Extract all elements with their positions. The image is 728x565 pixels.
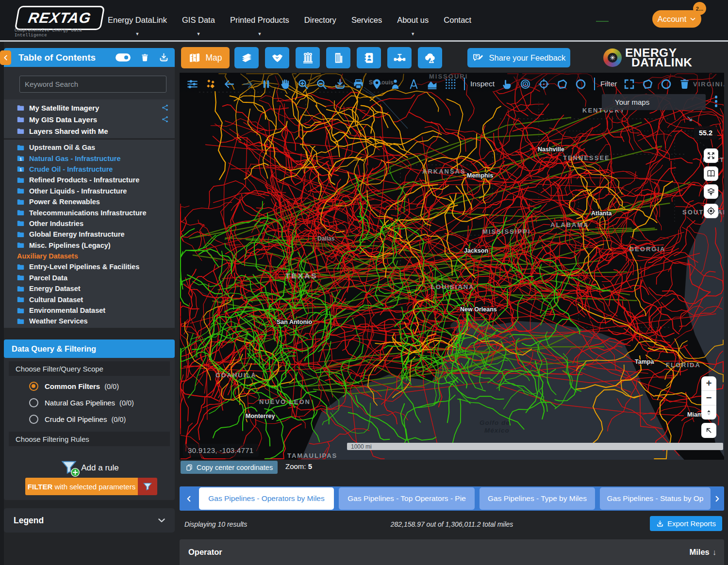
tree-item-entry-level-pipelines-facilities[interactable]: Entry-Level Pipelines & Facilities bbox=[4, 261, 175, 272]
arrow-left-icon[interactable] bbox=[223, 78, 235, 90]
locate-button[interactable] bbox=[704, 204, 718, 218]
share-icon[interactable] bbox=[161, 115, 169, 123]
circle-o-icon[interactable] bbox=[660, 78, 672, 90]
facilities-button[interactable] bbox=[296, 47, 320, 68]
tree-item-power-renewables[interactable]: Power & Renewables bbox=[4, 196, 175, 207]
toc-item-my-gis-data-layers[interactable]: My GIS Data Layers bbox=[4, 113, 175, 125]
directory-button[interactable] bbox=[357, 47, 381, 68]
pipelines-button[interactable] bbox=[387, 47, 412, 68]
map-canvas[interactable]: MISSOURISt. LouisKENTUCKYVIRGINIANashvil… bbox=[180, 73, 724, 460]
rextag-logo[interactable]: REXTAG bbox=[15, 6, 105, 30]
compass-icon[interactable] bbox=[408, 78, 420, 90]
export-reports-button[interactable]: Export Reports bbox=[650, 516, 722, 531]
printer-icon[interactable] bbox=[352, 78, 364, 90]
tree-item-refined-products-infrastructure[interactable]: Refined Products - Infrastructure bbox=[4, 175, 175, 185]
tilt-button[interactable] bbox=[701, 405, 716, 420]
zoom-in-icon[interactable] bbox=[297, 78, 309, 90]
area-chart-icon[interactable] bbox=[426, 78, 438, 90]
tree-item-environmental-dataset[interactable]: Environmental Dataset bbox=[4, 305, 175, 316]
tree-item-other-industries[interactable]: Other Industries bbox=[4, 218, 175, 229]
keyword-search-input[interactable] bbox=[19, 76, 166, 93]
more-options-icon[interactable] bbox=[715, 96, 718, 107]
scope-option-crude-oil-pipelines[interactable]: Crude Oil Pipelines(0/0) bbox=[29, 413, 175, 425]
notification-badge[interactable]: 2... bbox=[693, 2, 706, 15]
person-icon[interactable] bbox=[389, 78, 401, 90]
zoom-out-button[interactable]: − bbox=[701, 391, 716, 405]
download-icon[interactable] bbox=[334, 78, 346, 90]
zoom-in-button[interactable]: + bbox=[701, 376, 716, 391]
reset-extent-button[interactable] bbox=[701, 423, 716, 438]
circle-o-icon[interactable] bbox=[575, 78, 587, 90]
toc-item-label: My GIS Data Layers bbox=[29, 115, 157, 124]
deals-button[interactable] bbox=[265, 47, 289, 68]
tree-item-auxiliary-datasets[interactable]: Auxiliary Datasets bbox=[4, 251, 175, 261]
trash-icon[interactable] bbox=[678, 78, 691, 90]
pin-icon[interactable] bbox=[205, 78, 217, 90]
tree-item-global-energy-infrastructure[interactable]: Global Energy Infrastructure bbox=[4, 229, 175, 240]
tree-item-weather-services[interactable]: Weather Services bbox=[4, 316, 175, 326]
report-tab-gas-pipelines-type-by-miles[interactable]: Gas Pipelines - Type by Miles bbox=[480, 487, 595, 510]
tree-item-natural-gas-infrastructure[interactable]: 1Natural Gas - Infrastructure bbox=[4, 153, 175, 163]
map-view-button[interactable]: Map bbox=[181, 47, 230, 68]
report-tab-gas-pipelines-operators-by-miles[interactable]: Gas Pipelines - Operators by Miles bbox=[199, 487, 334, 510]
legend-panel[interactable]: Legend bbox=[4, 508, 175, 533]
weather-alerts-button[interactable] bbox=[418, 47, 442, 68]
basemap-button[interactable] bbox=[704, 166, 718, 181]
scope-option-common-filters[interactable]: Common Filters(0/0) bbox=[29, 380, 175, 392]
nav-item-services[interactable]: Services bbox=[351, 0, 382, 40]
collapse-sidebar-button[interactable] bbox=[0, 50, 11, 65]
nav-item-directory[interactable]: Directory bbox=[304, 0, 336, 40]
radio-icon[interactable] bbox=[29, 415, 38, 424]
feedback-button[interactable]: Share your Feedback bbox=[467, 48, 570, 67]
sliders-icon[interactable] bbox=[186, 78, 199, 90]
companies-button[interactable] bbox=[326, 47, 350, 68]
fullscreen-button[interactable] bbox=[704, 148, 718, 163]
add-rule-button[interactable]: Add a rule bbox=[4, 459, 175, 477]
tabs-scroll-right[interactable] bbox=[711, 486, 723, 511]
toc-item-my-satellite-imagery[interactable]: My Satellite Imagery bbox=[4, 102, 175, 113]
tree-item-upstream-oil-gas[interactable]: Upstream Oil & Gas bbox=[4, 142, 175, 153]
crosshair-icon[interactable] bbox=[538, 78, 550, 90]
hand-icon[interactable] bbox=[279, 78, 291, 90]
trash-icon[interactable] bbox=[140, 53, 149, 63]
expand-icon[interactable] bbox=[623, 78, 635, 90]
radio-icon[interactable] bbox=[29, 382, 38, 391]
filter-button[interactable]: FILTER with selected parameters bbox=[25, 478, 157, 495]
nav-item-printed-products[interactable]: Printed Products▼ bbox=[230, 0, 289, 40]
account-button[interactable]: Account bbox=[652, 10, 701, 28]
library-button[interactable] bbox=[234, 47, 259, 68]
polygon-icon[interactable] bbox=[556, 78, 568, 90]
miles-column-header[interactable]: Miles ↓ bbox=[689, 548, 716, 557]
dot-grid-icon[interactable] bbox=[445, 78, 457, 90]
nav-item-contact[interactable]: Contact bbox=[444, 0, 471, 40]
your-maps-dropdown[interactable]: Your maps bbox=[602, 94, 706, 110]
report-tab-gas-pipelines-status-by-op[interactable]: Gas Pipelines - Status by Op bbox=[600, 487, 711, 510]
target-icon[interactable] bbox=[519, 78, 531, 90]
arrow-right-icon[interactable] bbox=[242, 78, 254, 90]
nav-item-gis-data[interactable]: GIS Data▼ bbox=[182, 0, 215, 40]
tree-item-misc-pipelines-legacy[interactable]: Misc. Pipelines (Legacy) bbox=[4, 240, 175, 251]
polygon-icon[interactable] bbox=[642, 78, 654, 90]
pause-icon[interactable] bbox=[260, 78, 272, 90]
toc-item-layers-shared-with-me[interactable]: Layers Shared with Me bbox=[4, 125, 175, 137]
tree-item-other-liquids-infrastructure[interactable]: Other Liquids - Infrastructure bbox=[4, 186, 175, 196]
nav-item-energy-datalink[interactable]: Energy DataLink▼ bbox=[108, 0, 167, 40]
tree-item-energy-dataset[interactable]: Energy Dataset bbox=[4, 283, 175, 294]
zoom-out-icon[interactable] bbox=[315, 78, 328, 90]
tree-item-crude-oil-infrastructure[interactable]: 1Crude Oil - Infrastructure bbox=[4, 164, 175, 175]
share-icon[interactable] bbox=[161, 104, 169, 112]
point-hand-icon[interactable] bbox=[501, 78, 513, 90]
visibility-toggle-icon[interactable] bbox=[115, 52, 131, 63]
tabs-scroll-left[interactable] bbox=[182, 486, 195, 511]
tree-item-cultural-dataset[interactable]: Cultural Dataset bbox=[4, 294, 175, 305]
report-tab-gas-pipelines-top-operators-pie[interactable]: Gas Pipelines - Top Operators - Pie bbox=[339, 487, 475, 510]
3d-layers-button[interactable] bbox=[704, 184, 718, 199]
nav-item-about-us[interactable]: About us▼ bbox=[397, 0, 429, 40]
tree-item-telecommunications-infrastructure[interactable]: Telecommunications Infrastructure bbox=[4, 207, 175, 218]
copy-coordinates-button[interactable]: Copy center coordinates bbox=[181, 461, 278, 474]
radio-icon[interactable] bbox=[29, 398, 38, 407]
location-icon[interactable] bbox=[371, 78, 383, 90]
tree-item-parcel-data[interactable]: Parcel Data bbox=[4, 273, 175, 283]
scope-option-natural-gas-pipelines[interactable]: Natural Gas Pipelines(0/0) bbox=[29, 397, 175, 409]
download-icon[interactable] bbox=[159, 52, 169, 63]
